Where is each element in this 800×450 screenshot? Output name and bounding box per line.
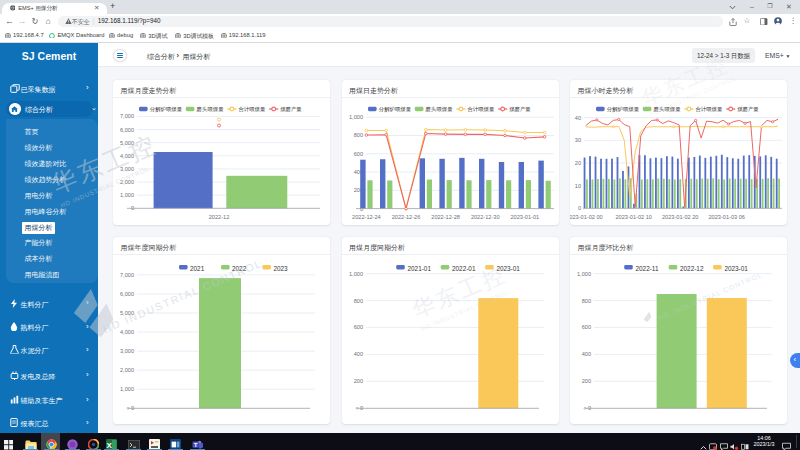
svg-text:800: 800 <box>353 133 362 139</box>
svg-text:600: 600 <box>353 151 362 157</box>
svg-text:3,000: 3,000 <box>120 348 134 354</box>
svg-text:800: 800 <box>353 297 362 303</box>
svg-text:2022-12-28: 2022-12-28 <box>431 214 460 220</box>
svg-text:X: X <box>106 440 112 449</box>
svg-text:40: 40 <box>575 115 581 121</box>
svg-text:煤磨产量: 煤磨产量 <box>737 106 759 113</box>
svg-text:023-01-02 00: 023-01-02 00 <box>570 214 603 220</box>
svg-text:6,000: 6,000 <box>120 291 134 297</box>
svg-text:分解炉喂煤量: 分解炉喂煤量 <box>607 106 640 113</box>
svg-text:2023-01-02 10: 2023-01-02 10 <box>616 214 652 220</box>
svg-text:2023-01-02 20: 2023-01-02 20 <box>662 214 698 220</box>
svg-text:20: 20 <box>575 160 581 166</box>
svg-text:1,000: 1,000 <box>349 114 363 120</box>
svg-text:2022-11: 2022-11 <box>636 265 659 272</box>
svg-text:2022-12-24: 2022-12-24 <box>352 214 381 220</box>
svg-text:2023-01-03 06: 2023-01-03 06 <box>709 214 745 220</box>
svg-text:6,000: 6,000 <box>120 127 134 133</box>
svg-text:7,000: 7,000 <box>120 114 134 120</box>
svg-text:1,000: 1,000 <box>577 270 591 276</box>
svg-text:5,000: 5,000 <box>120 140 134 146</box>
svg-text:200: 200 <box>582 378 591 384</box>
svg-text:磨头喂煤量: 磨头喂煤量 <box>425 106 453 113</box>
svg-text:4,000: 4,000 <box>120 153 134 159</box>
svg-text:磨头喂煤量: 磨头喂煤量 <box>654 106 682 113</box>
svg-text:分解炉喂煤量: 分解炉喂煤量 <box>150 106 183 113</box>
svg-text:600: 600 <box>582 324 591 330</box>
svg-text:磨头喂煤量: 磨头喂煤量 <box>197 106 225 113</box>
svg-text:2022: 2022 <box>232 265 247 272</box>
svg-text:1,000: 1,000 <box>120 386 134 392</box>
svg-text:10: 10 <box>575 183 581 189</box>
svg-text:2021: 2021 <box>190 265 205 272</box>
svg-text:2022-12: 2022-12 <box>680 265 704 272</box>
svg-text:400: 400 <box>353 351 362 357</box>
svg-text:3,000: 3,000 <box>120 166 134 172</box>
svg-text:分解炉喂煤量: 分解炉喂煤量 <box>378 106 411 113</box>
svg-text:4,000: 4,000 <box>120 329 134 335</box>
svg-text:1,000: 1,000 <box>349 270 363 276</box>
svg-text:2023-01-01: 2023-01-01 <box>510 214 539 220</box>
svg-text:合计喂煤量: 合计喂煤量 <box>467 106 495 113</box>
svg-text:200: 200 <box>353 378 362 384</box>
svg-text:2,000: 2,000 <box>120 367 134 373</box>
svg-text:400: 400 <box>582 351 591 357</box>
svg-text:2022-12-30: 2022-12-30 <box>470 214 499 220</box>
svg-text:2021-01: 2021-01 <box>407 265 431 272</box>
svg-text:2023-01: 2023-01 <box>496 265 520 272</box>
svg-text:2023: 2023 <box>273 265 288 272</box>
svg-text:合计喂煤量: 合计喂煤量 <box>695 106 723 113</box>
svg-text:30: 30 <box>575 138 581 144</box>
svg-text:煤磨产量: 煤磨产量 <box>509 106 531 113</box>
svg-text:800: 800 <box>582 297 591 303</box>
svg-text:7,000: 7,000 <box>120 272 134 278</box>
svg-text:2022-12: 2022-12 <box>209 214 230 220</box>
svg-text:2022-12-26: 2022-12-26 <box>391 214 420 220</box>
svg-text:2022-01: 2022-01 <box>452 265 476 272</box>
svg-text:0: 0 <box>578 206 581 212</box>
svg-text:600: 600 <box>353 324 362 330</box>
svg-text:2023-01: 2023-01 <box>724 265 748 272</box>
svg-text:2,000: 2,000 <box>120 179 134 185</box>
svg-text:5,000: 5,000 <box>120 310 134 316</box>
svg-text:1,000: 1,000 <box>120 192 134 198</box>
svg-text:合计喂煤量: 合计喂煤量 <box>238 106 266 113</box>
svg-text:煤磨产量: 煤磨产量 <box>280 106 302 113</box>
